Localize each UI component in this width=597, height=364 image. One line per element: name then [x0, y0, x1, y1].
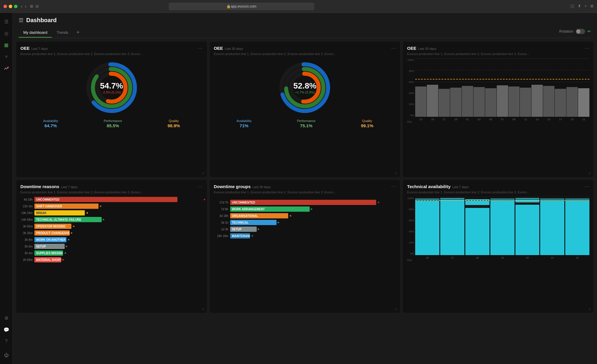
forward-icon[interactable]: ›: [25, 4, 26, 9]
bar-14: [578, 88, 589, 117]
oee3-description: Evocon production line 1, Evocon product…: [407, 52, 589, 56]
downtime-expand[interactable]: ⤢: [202, 307, 205, 311]
oee2-availability: Availability 71%: [237, 119, 252, 128]
address-bar[interactable]: 🔒 app.evocon.com: [169, 3, 314, 10]
bar-13: [566, 87, 578, 117]
downtime-row-2: 19h 24m BREAK ◄: [20, 210, 203, 215]
oee2-description: Evocon production line 1, Evocon product…: [214, 52, 396, 56]
ta-x-labels: 16 17 18 19 20 21 22: [415, 256, 589, 259]
tab-add-button[interactable]: +: [73, 27, 83, 38]
edit-icon[interactable]: ✏: [587, 29, 591, 34]
oee1-title: OEE Last 7 days: [20, 46, 48, 51]
downtime-menu[interactable]: ···: [198, 184, 202, 189]
ta-description: Evocon production line 1, Evocon product…: [407, 190, 589, 194]
main-content: ☰ Dashboard My dashboard Trends + Rotati…: [13, 13, 597, 364]
oee1-description: Evocon production line 1, Evocon product…: [20, 52, 203, 56]
oee2-donut: 52.8% +1.7% (3.3%): [279, 61, 331, 114]
dg-description: Evocon production line 1, Evocon product…: [214, 190, 396, 194]
browser-nav: ‹ ›: [21, 4, 27, 9]
tabs: My dashboard Trends + Rotation ✏: [19, 27, 591, 38]
close-button[interactable]: [3, 5, 7, 8]
grid-icon[interactable]: ⊞: [590, 4, 594, 9]
sidebar-item-messages[interactable]: 💬: [1, 324, 12, 335]
dg-row-0: 17d 7h UNCOMMENTED ◄: [214, 200, 396, 205]
ta-bars: [415, 197, 589, 255]
oee3-expand[interactable]: ⤢: [588, 171, 591, 175]
oee-bar-widget: OEE Last 30 days ··· Evocon production l…: [403, 42, 594, 177]
oee2-menu[interactable]: ···: [391, 46, 396, 51]
downtime-chart: 4d 18h UNCOMMENTED ► 21h 3m SHIFT HANDOV…: [20, 197, 203, 262]
traffic-lights: [3, 5, 17, 8]
downtime-widget: Downtime reasons Last 7 days ··· Evocon …: [16, 180, 207, 313]
header-menu-icon[interactable]: ☰: [19, 17, 23, 24]
oee1-center: 54.7% -2.9% (5.1%): [100, 81, 123, 94]
oee2-expand[interactable]: ⤢: [395, 171, 398, 175]
sidebar-item-charts[interactable]: ≡: [1, 51, 12, 62]
ta-menu[interactable]: ···: [585, 184, 589, 189]
bar-4: [462, 86, 473, 117]
page-title: ☰ Dashboard: [19, 17, 591, 24]
bar-2: [438, 89, 450, 117]
header: ☰ Dashboard My dashboard Trends + Rotati…: [13, 13, 597, 38]
tab-icon: ⊞: [30, 4, 33, 8]
bar-7: [497, 85, 508, 117]
dg-row-4: 1d 3h SETUP ►: [214, 227, 396, 232]
sidebar-item-target[interactable]: ◎: [1, 28, 12, 38]
downtime-row-1: 21h 3m SHIFT HANDOVER ◄: [20, 204, 203, 209]
bar-8: [508, 86, 520, 117]
bar-12: [555, 89, 566, 117]
bar-1: [427, 85, 438, 117]
downtime-row-9: 2h 59m MATERIAL SHORTAGE ►: [20, 257, 203, 262]
back-icon[interactable]: ‹: [21, 4, 22, 9]
minimize-button[interactable]: [9, 5, 12, 8]
oee1-expand[interactable]: ⤢: [202, 171, 205, 175]
oee2-performance: Performance 75.1%: [297, 119, 316, 128]
bar-0: [415, 86, 427, 117]
dg-chart: 17d 7h UNCOMMENTED ◄ 7d 8h WORK ARRANGEM…: [214, 200, 396, 238]
dg-title: Downtime groups Last 30 days: [214, 184, 271, 189]
add-tab-icon[interactable]: +: [584, 4, 587, 9]
rotation-toggle[interactable]: [576, 29, 585, 34]
rotation-control: Rotation ✏: [559, 29, 591, 36]
oee3-menu[interactable]: ···: [585, 46, 589, 51]
sidebar-item-trends[interactable]: [1, 63, 12, 73]
oee3-bars: [415, 59, 589, 117]
oee2-center: 52.8% +1.7% (3.3%): [293, 81, 316, 94]
oee2-metrics: Availability 71% Performance 75.1% Quali…: [214, 119, 396, 128]
browser-icons: ⊞ ⊟: [30, 4, 39, 8]
dg-row-5: 19h 18m MAINTENANCE ◄: [214, 233, 396, 238]
oee-widget-1: OEE Last 7 days ··· Evocon production li…: [16, 42, 207, 177]
downtime-header: Downtime reasons Last 7 days ···: [20, 184, 203, 189]
downtime-description: Evocon production line 1, Evocon product…: [20, 190, 203, 194]
dg-menu[interactable]: ···: [391, 184, 396, 189]
oee1-performance: Performance 85.5%: [104, 119, 122, 128]
tab-trends[interactable]: Trends: [52, 28, 73, 38]
sidebar-item-help[interactable]: ?: [1, 336, 12, 347]
fullscreen-button[interactable]: [14, 5, 17, 8]
app-layout: ☰ ◎ ▦ ≡ ⚙ 💬 ? ⏻ ☰ Dashboard My dashboard…: [0, 13, 597, 364]
sidebar-item-settings[interactable]: ⚙: [1, 313, 12, 323]
dg-row-3: 3d 1h TECHNICAL ►: [214, 220, 396, 225]
ta-expand[interactable]: ⤢: [588, 307, 591, 311]
sidebar-item-menu[interactable]: ☰: [1, 16, 12, 27]
downtime-row-8: 3h 4m SUPPLIES MISSING ◄: [20, 250, 203, 256]
oee1-menu[interactable]: ···: [198, 46, 202, 51]
share-icon[interactable]: ⬆: [578, 4, 581, 9]
sidebar: ☰ ◎ ▦ ≡ ⚙ 💬 ? ⏻: [0, 13, 13, 364]
oee3-x-labels: 23 25 27 29 01 03 05 07 09 11 13 15 17 1…: [415, 118, 589, 121]
downtime-row-6: 3h 8m WORK ON ANOTHER MACHINE ◄: [20, 237, 203, 242]
info-icon[interactable]: ⓘ: [570, 4, 574, 9]
window-icon: ⊟: [36, 4, 39, 8]
tech-avail-widget: Technical availability Last 7 days ··· E…: [403, 180, 594, 313]
sidebar-item-dashboard[interactable]: ▦: [1, 40, 12, 50]
tab-my-dashboard[interactable]: My dashboard: [19, 28, 52, 38]
svg-point-0: [7, 67, 9, 68]
rotation-label: Rotation: [559, 29, 573, 33]
ta-title: Technical availability Last 7 days: [407, 184, 469, 189]
sidebar-item-power[interactable]: ⏻: [1, 350, 12, 361]
toggle-knob: [576, 29, 580, 33]
dg-expand[interactable]: ⤢: [395, 307, 398, 311]
ta-chart: 100%80%60%40%20%0%: [407, 197, 589, 261]
bar-5: [473, 87, 485, 117]
dg-header: Downtime groups Last 30 days ···: [214, 184, 396, 189]
